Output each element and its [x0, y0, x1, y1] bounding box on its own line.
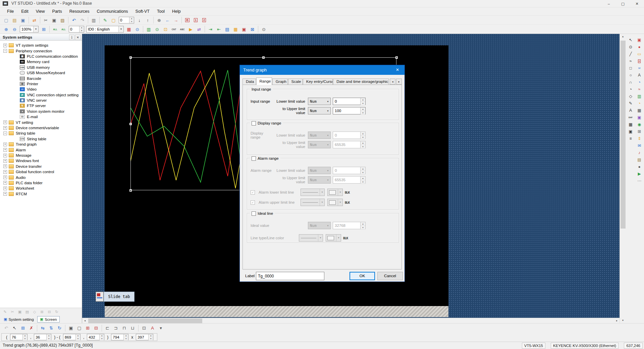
attribute-dropdown-icon[interactable]: ▾ — [157, 325, 165, 332]
expand-icon[interactable]: + — [3, 187, 7, 190]
zoom-combo[interactable]: 100%▾ — [20, 26, 39, 33]
tree-item-plc-data-folder[interactable]: +PLC data folder — [0, 180, 82, 186]
menu-view[interactable]: View — [32, 8, 49, 15]
add-page-icon[interactable]: ⊞ — [39, 309, 45, 315]
selection-handle[interactable] — [129, 56, 132, 59]
open-file-icon[interactable]: ▤ — [11, 16, 18, 24]
collapse-icon[interactable]: − — [3, 49, 7, 53]
tree-item-rtcm[interactable]: +RTCM — [0, 191, 82, 197]
pie-tool-icon[interactable]: ◔ — [627, 86, 634, 93]
text-display-part-icon[interactable]: A — [636, 72, 643, 79]
scroll-up-icon[interactable]: ▴ — [620, 34, 626, 39]
menu-tool[interactable]: Tool — [153, 8, 168, 15]
spinner-buttons[interactable]: ▲▼ — [123, 334, 128, 340]
forward-screen-icon[interactable]: → — [172, 16, 180, 24]
ungroup-icon[interactable]: ▢ — [75, 325, 83, 332]
alarm-lower-limit-line-checkbox[interactable]: ✓ — [251, 190, 255, 195]
spinner-buttons[interactable]: ▲▼ — [46, 334, 51, 340]
flip-horizontal-icon[interactable]: ⇆ — [39, 325, 47, 332]
expand-icon[interactable]: + — [3, 126, 7, 130]
y1-field-input[interactable] — [34, 334, 46, 340]
ellipse-tool-icon[interactable]: ○ — [627, 72, 634, 79]
expand-icon[interactable]: + — [3, 148, 7, 152]
tree-item-string-table[interactable]: STRString table — [0, 136, 82, 142]
tab-scroll-left-icon[interactable]: ◂ — [390, 79, 395, 85]
fit-all-parts-icon[interactable]: ALL — [60, 26, 67, 33]
tree-item-alarm[interactable]: +Alarm — [0, 147, 82, 152]
dialog-tab-scale[interactable]: Scale — [288, 79, 303, 85]
window2-icon[interactable]: 2 — [200, 16, 208, 24]
remove-page-icon[interactable]: ⊟ — [46, 309, 53, 315]
tab-scroll-right-icon[interactable]: ▸ — [396, 79, 402, 85]
prev-page-icon[interactable]: ↑ — [144, 16, 152, 24]
slide-tab-label[interactable]: Slide tab — [104, 292, 135, 302]
tree-item-video[interactable]: ▭Video — [0, 87, 82, 92]
pilot-lamp-part-icon[interactable]: ◉ — [636, 121, 643, 128]
tree-item-memory-card[interactable]: SDMemory card — [0, 59, 82, 64]
expand-icon[interactable]: + — [3, 154, 7, 157]
touch-switch-part-icon[interactable]: ▣ — [636, 37, 643, 43]
expand-icon[interactable]: + — [3, 159, 7, 163]
copy-icon[interactable]: ▣ — [50, 16, 58, 24]
expand-icon[interactable]: + — [3, 164, 7, 168]
tree-item-periphery-connection[interactable]: −Periphery connection — [0, 48, 82, 53]
spinner-buttons[interactable]: ▲▼ — [360, 98, 365, 105]
text-tool-icon[interactable]: A — [627, 107, 634, 114]
help-search-icon[interactable]: ⊙ — [260, 26, 268, 33]
next-page-icon[interactable]: ↓ — [136, 16, 143, 24]
label-input[interactable] — [256, 272, 324, 280]
trend-graph-part-icon[interactable]: ≈ — [636, 86, 643, 93]
trigger-part-icon[interactable]: ▶ — [636, 170, 643, 177]
send-back-icon[interactable]: ⊟ — [92, 325, 100, 332]
button-part-icon[interactable]: ▭ — [636, 51, 643, 57]
dialog-tab-date-and-time-storage-graphic-displ[interactable]: Date and time storage/graphic displ — [333, 79, 389, 85]
x1-field[interactable]: ▲▼ — [10, 334, 28, 340]
select-mode-icon[interactable]: ↖ — [11, 325, 18, 332]
window1-icon[interactable]: 1 — [192, 16, 200, 24]
print-icon[interactable]: ▥ — [90, 16, 98, 24]
tree-item-device-transfer[interactable]: +Device transfer — [0, 164, 82, 169]
seven-seg-part-icon[interactable]: 8 — [636, 58, 643, 64]
tree-item-plc-communication-condition[interactable]: ▦PLC communication condition — [0, 54, 82, 59]
spinner-buttons[interactable]: ▲▼ — [99, 334, 104, 340]
panel-tab-screen[interactable]: ▣Screen — [37, 316, 60, 322]
expand-icon[interactable]: + — [3, 170, 7, 174]
color-search-icon[interactable]: ⊙ — [133, 26, 141, 33]
buzzer-part-icon[interactable]: ♪ — [636, 149, 643, 156]
tree-item-printer[interactable]: ▤Printer — [0, 81, 82, 87]
table-tool-icon[interactable]: ▦ — [627, 121, 634, 128]
copy-page-icon[interactable]: ▣ — [16, 309, 23, 315]
cut-page-icon[interactable]: ✂ — [9, 309, 16, 315]
input-upper-value-field[interactable]: 100 ▲▼ — [333, 107, 366, 114]
bar-graph-part-icon[interactable]: ▥ — [636, 93, 643, 100]
menu-file[interactable]: File — [3, 8, 17, 15]
tree-item-e-mail[interactable]: ✉E-mail — [0, 114, 82, 119]
alarm-upper-limit-line-checkbox[interactable]: ✓ — [251, 200, 255, 205]
expand-icon[interactable]: + — [3, 120, 7, 124]
x2-field[interactable]: ▲▼ — [63, 334, 80, 340]
tree-item-vnc-server[interactable]: ▦VNC server — [0, 98, 82, 103]
align-right-icon[interactable]: ⊐ — [112, 325, 120, 332]
dialog-tab-key-entry-cursor[interactable]: Key entry/Cursor — [303, 79, 333, 85]
undo-icon[interactable]: ↶ — [70, 16, 78, 24]
input-upper-type-combo[interactable]: Num ▾ — [308, 107, 331, 114]
selection-handle[interactable] — [129, 189, 132, 192]
image-part-icon[interactable]: ▣ — [636, 114, 643, 121]
message-part-icon[interactable]: ✉ — [636, 142, 643, 149]
new-file-icon[interactable]: ▢ — [2, 16, 10, 24]
dialog-tab-range[interactable]: Range — [256, 78, 272, 85]
align-top-icon[interactable]: ⊓ — [120, 325, 128, 332]
screen-edit-icon[interactable]: ✎ — [101, 16, 109, 24]
dialog-tab-graph[interactable]: Graph — [272, 79, 288, 85]
window-edit-icon[interactable]: ▢ — [110, 16, 117, 24]
document-part-icon[interactable]: ▤ — [636, 156, 643, 163]
menu-communications[interactable]: Communications — [93, 8, 132, 15]
paste-page-icon[interactable]: ▤ — [24, 309, 31, 315]
dxf-tool-icon[interactable]: DXF — [627, 114, 634, 121]
panel-tab-system-setting[interactable]: ▣System setting — [1, 316, 36, 322]
menu-soft-vt[interactable]: Soft-VT — [132, 8, 153, 15]
slider-part-icon[interactable]: ⇕ — [636, 135, 643, 142]
menu-help[interactable]: Help — [168, 8, 184, 15]
menu-parts[interactable]: Parts — [49, 8, 66, 15]
ideal-line-checkbox[interactable] — [252, 211, 256, 216]
